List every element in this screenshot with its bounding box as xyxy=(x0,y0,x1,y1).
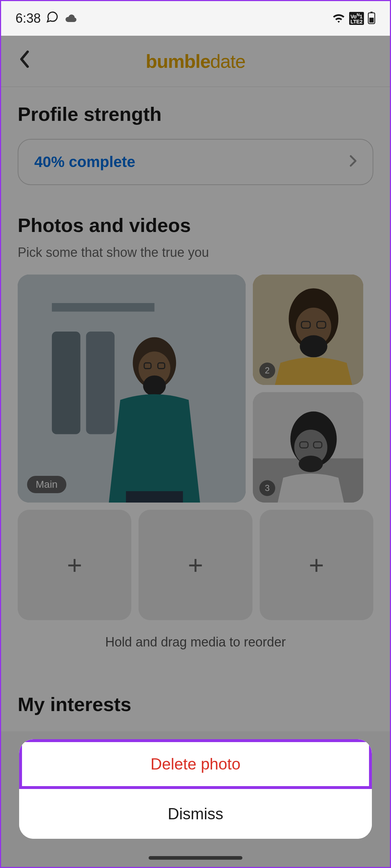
action-sheet: Delete photo Dismiss xyxy=(19,739,372,839)
delete-photo-button[interactable]: Delete photo xyxy=(19,739,372,789)
svg-rect-5 xyxy=(52,332,80,434)
plus-icon: + xyxy=(188,550,203,580)
svg-point-18 xyxy=(300,335,328,357)
photo-content xyxy=(18,275,246,503)
svg-rect-12 xyxy=(126,491,183,503)
drag-hint: Hold and drag media to reorder xyxy=(18,635,373,650)
progress-text: 40% complete xyxy=(34,153,135,171)
photo-badge-2: 2 xyxy=(259,363,275,378)
main-content: Profile strength 40% complete Photos and… xyxy=(1,87,390,731)
status-bar: 6:38 VoN1LTE2 xyxy=(1,1,390,36)
status-right: VoN1LTE2 xyxy=(332,11,375,26)
brand-mode: date xyxy=(210,51,245,72)
dismiss-button[interactable]: Dismiss xyxy=(19,789,372,839)
app-header: bumbledate xyxy=(1,36,390,87)
lte-badge: VoN1LTE2 xyxy=(349,12,364,25)
svg-rect-2 xyxy=(369,18,374,23)
status-time: 6:38 xyxy=(16,11,41,26)
home-indicator[interactable] xyxy=(149,856,242,860)
back-button[interactable] xyxy=(19,51,30,72)
photo-slot-2[interactable]: 2 xyxy=(253,275,363,385)
svg-point-25 xyxy=(299,456,323,472)
app-title: bumbledate xyxy=(19,51,372,72)
wifi-icon xyxy=(332,12,346,25)
photos-subtitle: Pick some that show the true you xyxy=(18,245,373,260)
status-left: 6:38 xyxy=(16,10,78,27)
interests-heading: My interests xyxy=(18,693,373,715)
brand-name: bumble xyxy=(146,51,210,72)
plus-icon: + xyxy=(67,550,82,580)
plus-icon: + xyxy=(309,550,324,580)
photos-grid: Main 2 xyxy=(18,275,373,503)
whatsapp-icon xyxy=(46,10,59,27)
cloud-icon xyxy=(64,11,78,26)
main-photo-badge: Main xyxy=(27,476,66,493)
chevron-right-icon xyxy=(350,153,357,171)
photo-badge-3: 3 xyxy=(259,480,275,496)
profile-strength-heading: Profile strength xyxy=(18,103,373,125)
profile-strength-card[interactable]: 40% complete xyxy=(18,139,373,185)
svg-rect-6 xyxy=(86,332,115,434)
add-photo-slot-6[interactable]: + xyxy=(260,510,373,620)
battery-icon xyxy=(368,11,375,26)
svg-rect-4 xyxy=(52,303,154,312)
svg-point-11 xyxy=(143,376,166,396)
main-photo[interactable]: Main xyxy=(18,275,246,503)
add-photo-slot-5[interactable]: + xyxy=(139,510,252,620)
photos-heading: Photos and videos xyxy=(18,214,373,236)
add-photo-slot-4[interactable]: + xyxy=(18,510,131,620)
empty-slots-row: + + + xyxy=(18,510,373,620)
photo-slot-3[interactable]: 3 xyxy=(253,392,363,503)
svg-rect-1 xyxy=(370,12,373,13)
